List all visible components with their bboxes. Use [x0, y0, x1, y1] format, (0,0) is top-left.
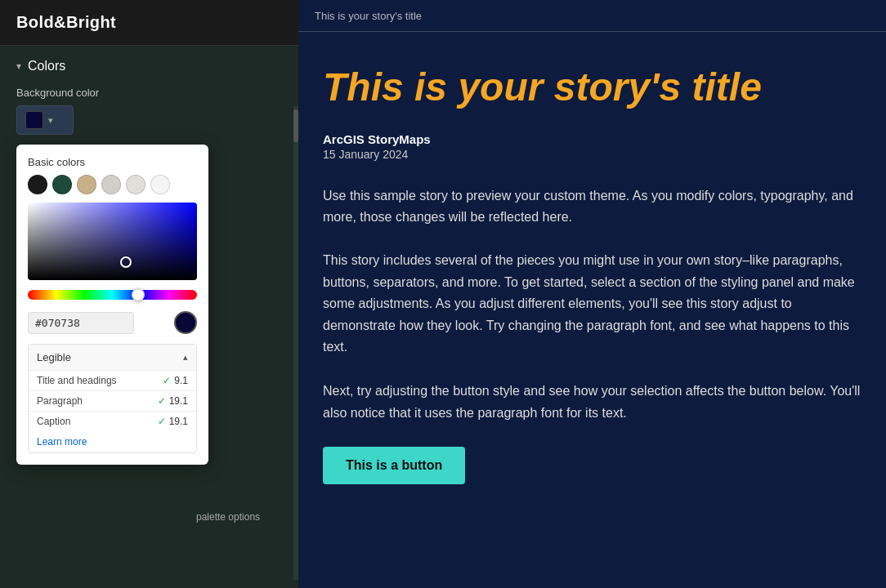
basic-swatch-lighter-gray[interactable]	[126, 175, 145, 194]
legible-row-label: Caption	[37, 416, 70, 427]
legible-row-titles: Title and headings ✓ 9.1	[29, 370, 196, 390]
legible-rows: Title and headings ✓ 9.1 Paragraph ✓ 19.…	[29, 370, 196, 431]
story-main-title: This is your story's title	[323, 65, 861, 109]
legible-row-value: ✓ 19.1	[158, 416, 188, 427]
check-icon: ✓	[163, 375, 171, 386]
basic-colors-swatches	[28, 175, 197, 194]
check-icon: ✓	[158, 395, 166, 407]
learn-more-link[interactable]: Learn more	[29, 431, 196, 452]
legible-row-label: Title and headings	[37, 375, 117, 386]
background-color-swatch-button[interactable]: ▾	[16, 105, 74, 135]
basic-swatch-dark-green[interactable]	[52, 175, 72, 194]
hex-input[interactable]	[28, 312, 134, 334]
story-byline: ArcGIS StoryMaps 15 January 2024	[323, 132, 861, 161]
legible-header[interactable]: Legible ▴	[29, 345, 196, 370]
right-panel: This is your story's title This is your …	[298, 0, 886, 588]
colors-section: ▾ Colors Background color ▾ Basic colors	[0, 46, 298, 588]
ratio-text: 19.1	[169, 416, 188, 427]
hue-slider-wrapper	[28, 288, 197, 303]
panel-scrollbar-thumb[interactable]	[293, 109, 298, 142]
color-gradient-area[interactable]	[28, 203, 197, 280]
bg-color-label: Background color	[16, 87, 282, 99]
chevron-down-icon: ▾	[48, 115, 53, 126]
story-intro: Use this sample story to preview your cu…	[323, 185, 861, 227]
chevron-up-icon: ▴	[183, 352, 188, 363]
legible-row-value: ✓ 19.1	[158, 395, 188, 407]
left-panel: Bold&Bright ▾ Colors Background color ▾ …	[0, 0, 298, 588]
check-icon: ✓	[158, 416, 166, 427]
swatch-preview	[25, 111, 43, 129]
panel-scrollbar[interactable]	[293, 106, 298, 580]
story-author: ArcGIS StoryMaps	[323, 132, 861, 146]
legible-row-value: ✓ 9.1	[163, 375, 188, 386]
ratio-text: 9.1	[174, 375, 188, 386]
story-top-bar: This is your story's title	[298, 0, 886, 32]
app-title-bar: Bold&Bright	[0, 0, 298, 46]
opacity-swatch[interactable]	[174, 311, 197, 334]
hue-slider[interactable]	[28, 290, 197, 300]
colors-section-title: Colors	[28, 59, 65, 74]
basic-swatch-black[interactable]	[28, 175, 47, 194]
story-demo-button[interactable]: This is a button	[323, 447, 465, 484]
basic-swatch-light-gray[interactable]	[101, 175, 121, 194]
color-picker-popup: Basic colors Leg	[16, 145, 208, 465]
legible-title: Legible	[37, 351, 71, 363]
basic-swatch-tan[interactable]	[77, 175, 96, 194]
legible-row-label: Paragraph	[37, 395, 83, 407]
story-top-title: This is your story's title	[315, 10, 422, 22]
legible-section: Legible ▴ Title and headings ✓ 9.1 Parag…	[28, 344, 197, 453]
story-body-1: This story includes several of the piece…	[323, 250, 861, 358]
colors-section-header[interactable]: ▾ Colors	[16, 59, 282, 74]
legible-row-paragraph: Paragraph ✓ 19.1	[29, 390, 196, 411]
legible-row-caption: Caption ✓ 19.1	[29, 411, 196, 431]
ratio-text: 19.1	[169, 395, 188, 407]
basic-colors-label: Basic colors	[28, 156, 197, 168]
story-date: 15 January 2024	[323, 148, 861, 161]
story-content: This is your story's title ArcGIS StoryM…	[298, 32, 886, 588]
app-title: Bold&Bright	[16, 13, 116, 31]
gradient-picker-handle[interactable]	[120, 256, 132, 268]
basic-swatch-white[interactable]	[150, 175, 170, 194]
palette-options-text: palette options	[196, 511, 260, 523]
color-hex-row	[28, 311, 197, 334]
story-body-2: Next, try adjusting the button style and…	[323, 381, 861, 424]
chevron-down-icon: ▾	[16, 60, 21, 72]
